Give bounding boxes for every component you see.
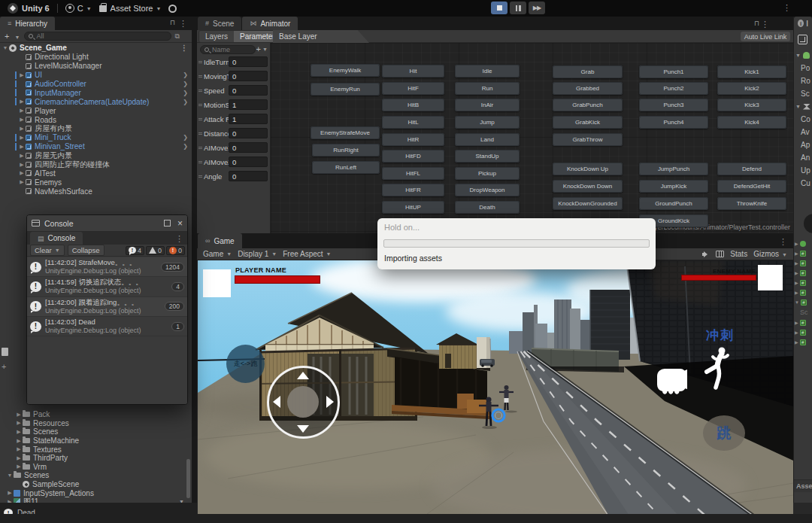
state-node[interactable]: Land [455,133,520,146]
sprint-label[interactable]: 冲刺 [706,327,735,344]
parameter-caret-icon[interactable]: ▼ [262,47,268,52]
animator-parameter[interactable]: Attack Ra1 [197,112,271,126]
add-parameter-button[interactable]: + [256,44,261,53]
hierarchy-item[interactable]: AudioController❯ [0,80,192,89]
state-node[interactable]: Punch2 [639,82,708,95]
animator-parameter[interactable]: IdleTurn0 [197,55,271,69]
animator-graph[interactable]: Art/PlayerLocomotins/Animator/PlayerTest… [271,43,793,233]
component-row[interactable]: ▶# [794,278,812,287]
tab-game[interactable]: ∞Game [198,233,242,248]
hierarchy-add-button[interactable]: + ▼ [5,32,20,41]
state-node[interactable]: EnemyRun [311,83,380,96]
component-row[interactable]: ▼# [794,297,812,307]
hierarchy-item[interactable]: InputManager❯ [0,88,192,97]
component-row[interactable]: ▶ [794,239,812,248]
state-node[interactable]: Grabbed [553,82,623,95]
stop-button[interactable] [491,2,508,14]
project-item[interactable]: ▶Resources [0,419,192,428]
error-count[interactable]: !0 [166,246,185,255]
hierarchy-item[interactable]: ▶AITest [0,169,192,178]
tab-animator[interactable]: ⋈Animator [242,17,298,30]
project-item[interactable]: ▶Pack [0,410,192,419]
hierarchy-item[interactable]: ▶Player [0,106,192,115]
state-node[interactable]: GrabKick [553,116,623,129]
console-log-entry[interactable]: ![11:42:02] StrafeMove。。。UnityEngine.Deb… [27,257,187,277]
hierarchy-lock-icon[interactable]: ⊓ [170,19,175,26]
stats-button[interactable]: Stats [730,250,747,258]
hierarchy-kebab-icon[interactable]: ⋮ [179,19,187,29]
account-button[interactable]: C▼ [65,4,92,13]
layers-tab[interactable]: Layers [199,31,234,42]
state-node[interactable]: Punch3 [639,99,708,111]
component-row[interactable]: ▶# [794,258,812,268]
console-kebab-icon[interactable]: ⋮ [175,234,183,244]
state-node[interactable]: Pickup [455,167,520,180]
component-row[interactable]: ▶# [794,287,812,297]
state-node[interactable]: InAir [455,99,520,111]
clear-button[interactable]: Clear▼ [30,245,65,256]
auto-live-link-button[interactable]: Auto Live Link [741,32,790,41]
state-node[interactable]: EnemyWalk [311,64,380,77]
state-node[interactable]: Grab [553,65,623,78]
project-item[interactable]: ▶Vrm [0,463,192,472]
hierarchy-item[interactable]: ▶房屋有内景 [0,124,192,133]
project-item[interactable]: ▶Scenes [0,427,192,436]
project-scrollbar[interactable] [186,459,190,498]
state-node[interactable]: StandUp [455,150,520,163]
hierarchy-scene-picker-icon[interactable]: ⧉ [174,32,179,41]
hierarchy-item[interactable]: ▶Minivan_Street❯ [0,142,192,151]
state-node[interactable]: HitL [382,116,444,129]
state-node[interactable]: Jump [455,116,520,129]
display-dropdown[interactable]: Display 1▼ [238,250,277,258]
joystick-knob[interactable] [287,386,319,418]
state-node[interactable]: GrabPunch [553,99,623,111]
component-row[interactable]: ▶# [794,327,812,337]
plus-icon[interactable]: + [2,362,8,371]
state-node[interactable]: KnockDown Up [553,163,623,175]
state-node[interactable]: JumpKick [639,180,708,193]
state-node[interactable]: Defend [717,163,786,175]
project-item[interactable]: ▼Scenes [0,471,192,480]
state-node[interactable]: JumpPunch [639,163,708,175]
animator-parameter[interactable]: Distance0 [197,126,271,141]
state-node[interactable]: HitFR [382,184,444,196]
game-kebab-icon[interactable]: ⋮ [779,237,787,247]
state-node[interactable]: KnockDownGrounded [553,197,623,210]
warning-count[interactable]: 0 [146,246,165,255]
jump-button[interactable]: 跳 [703,415,745,451]
animator-section[interactable]: ▼ [794,100,812,113]
menubar-kebab-icon[interactable]: ⋮ [783,3,791,13]
virtual-joystick[interactable] [267,366,340,439]
tab-hierarchy[interactable]: ≡Hierarchy [0,17,55,30]
walk-run-toggle[interactable]: 走<->跑 [226,345,265,383]
component-row[interactable]: ▶# [794,318,812,327]
hierarchy-item[interactable]: ▶CinemachineCamera(LateUpdate)❯ [0,97,192,106]
hierarchy-item[interactable]: ▶Roads [0,115,192,124]
state-node[interactable]: EnemyStrafeMove [311,126,380,139]
hierarchy-item[interactable]: ▶Mini_Truck❯ [0,133,192,142]
tab-scene[interactable]: #Scene [198,17,241,30]
state-node[interactable]: HitFD [382,150,444,163]
gizmos-button[interactable]: Gizmos▼ [753,250,787,258]
hierarchy-item[interactable]: NavMeshSurface [0,187,192,196]
tab-console[interactable]: ▤Console [30,232,83,245]
project-item[interactable]: SampleScene [0,480,192,489]
state-node[interactable]: KnockDown Down [553,180,623,193]
parameter-search-input[interactable]: Name [200,45,256,54]
state-node[interactable]: GrabThrow [553,133,623,146]
state-node[interactable]: Kick1 [717,65,786,78]
component-row[interactable]: ▶# [794,248,812,258]
unity-logo-item[interactable]: Unity 6 [8,3,50,14]
animator-parameter[interactable]: Angle0 [197,169,271,184]
base-layer-breadcrumb[interactable]: Base Layer [273,30,369,43]
state-node[interactable]: Kick3 [717,99,786,111]
pause-button[interactable] [510,2,526,14]
state-node[interactable]: HitR [382,133,444,146]
animator-parameter[interactable]: Speed0 [197,84,271,98]
state-node[interactable]: Punch4 [639,116,708,129]
component-row[interactable]: ▶# [794,268,812,278]
state-node[interactable]: Hit [382,65,444,78]
collapse-button[interactable]: Collapse [68,245,105,256]
state-node[interactable]: Punch1 [639,65,708,78]
mute-audio-icon[interactable] [702,251,710,258]
